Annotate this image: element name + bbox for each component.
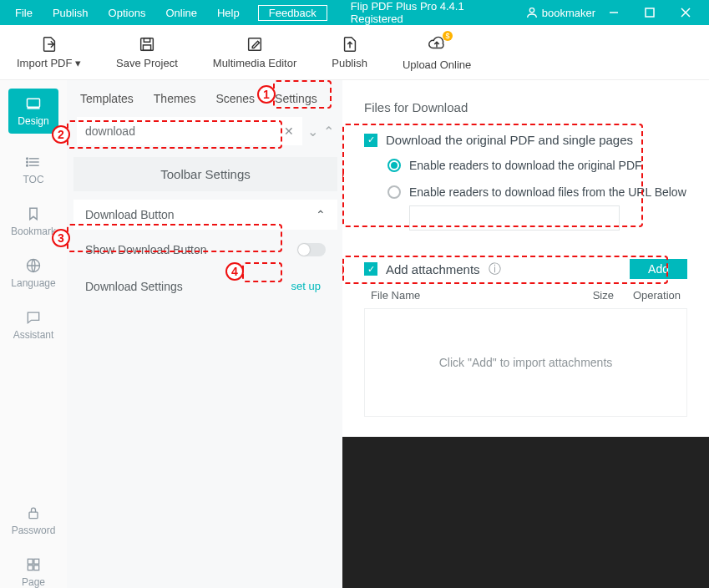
- tab-language[interactable]: Language: [8, 257, 58, 289]
- annotation-1: 1: [257, 85, 276, 104]
- label-show-download-button: Show Download Button: [85, 243, 207, 256]
- app-title: Flip PDF Plus Pro 4.4.1 Registered: [351, 0, 517, 25]
- upload-online-button[interactable]: Upload Online: [403, 34, 471, 71]
- svg-rect-21: [28, 565, 33, 570]
- svg-point-16: [27, 165, 28, 166]
- svg-rect-6: [144, 38, 149, 43]
- attachments-table-empty: Click "Add" to import attachments: [364, 308, 687, 417]
- grid-icon: [25, 556, 42, 573]
- globe-icon: [25, 257, 42, 274]
- checkbox-add-attachments[interactable]: ✓: [364, 262, 377, 276]
- import-pdf-button[interactable]: Import PDF ▾: [17, 35, 81, 69]
- dialog-title: Files for Download: [364, 100, 687, 114]
- collapse-all-icon[interactable]: ⌃: [323, 124, 334, 139]
- col-size: Size: [572, 289, 614, 302]
- annotation-6: 6: [342, 261, 344, 279]
- menu-file[interactable]: File: [5, 7, 43, 19]
- svg-rect-18: [29, 512, 38, 519]
- monitor-icon: [25, 95, 42, 112]
- user-account[interactable]: bookmaker: [525, 6, 595, 19]
- lock-icon: [25, 504, 42, 521]
- window-maximize[interactable]: [631, 0, 667, 25]
- save-icon: [138, 35, 156, 53]
- tab-settings[interactable]: Settings: [275, 92, 317, 105]
- add-attachment-button[interactable]: Add: [630, 259, 687, 279]
- annotation-3: 3: [52, 229, 70, 247]
- download-files-dialog: Files for Download ✓ Download the origin…: [342, 80, 709, 437]
- tab-templates[interactable]: Templates: [80, 92, 134, 105]
- bookmark-icon: [25, 205, 42, 222]
- search-box[interactable]: ✕: [77, 117, 302, 145]
- attachments-table-header: File Name Size Operation: [364, 279, 687, 308]
- tab-bookmark[interactable]: Bookmark: [8, 205, 58, 237]
- col-file-name: File Name: [371, 289, 572, 302]
- radio-from-url[interactable]: [387, 185, 401, 199]
- help-icon[interactable]: ⓘ: [489, 261, 501, 277]
- set-up-button[interactable]: set up: [286, 278, 326, 294]
- publish-icon: [341, 35, 359, 53]
- tab-assistant[interactable]: Assistant: [8, 309, 58, 341]
- tab-password[interactable]: Password: [8, 504, 58, 536]
- annotation-2: 2: [52, 125, 70, 144]
- annotation-5: 5: [342, 164, 344, 182]
- tab-themes[interactable]: Themes: [154, 92, 196, 105]
- row-download-original: ✓ Download the original PDF and single p…: [364, 133, 687, 147]
- svg-point-14: [27, 158, 28, 160]
- svg-point-0: [529, 8, 534, 13]
- radio-original-pdf[interactable]: [387, 159, 401, 172]
- multimedia-editor-button[interactable]: Multimedia Editor: [213, 35, 296, 69]
- save-project-button[interactable]: Save Project: [116, 35, 178, 69]
- svg-rect-7: [143, 45, 150, 50]
- label-download-settings: Download Settings: [85, 280, 183, 293]
- section-toolbar-settings: Toolbar Settings: [73, 157, 337, 191]
- checkbox-download-original[interactable]: ✓: [364, 134, 377, 147]
- feedback-button[interactable]: Feedback: [258, 5, 327, 21]
- user-icon: [525, 6, 539, 19]
- svg-rect-9: [28, 99, 40, 107]
- clear-search-icon[interactable]: ✕: [284, 124, 294, 138]
- window-close[interactable]: [668, 0, 704, 25]
- menu-help[interactable]: Help: [207, 7, 250, 19]
- menu-online[interactable]: Online: [155, 7, 207, 19]
- cloud-upload-icon: [428, 34, 446, 53]
- main-toolbar: Import PDF ▾ Save Project Multimedia Edi…: [0, 25, 709, 80]
- label-radio-url: Enable readers to download files from th…: [409, 185, 686, 199]
- left-sidebar: Design TOC Bookmark Language Assistant P…: [0, 80, 67, 588]
- right-panel-backdrop: ✕ Files for Download ✓ Download the orig…: [342, 80, 709, 588]
- main-area: Design TOC Bookmark Language Assistant P…: [0, 80, 709, 588]
- annotation-4: 4: [225, 262, 244, 281]
- tab-toc[interactable]: TOC: [8, 154, 58, 185]
- label-radio-original: Enable readers to download the original …: [409, 159, 642, 172]
- col-operation: Operation: [614, 289, 681, 302]
- menu-options[interactable]: Options: [99, 7, 156, 19]
- publish-button[interactable]: Publish: [332, 35, 367, 69]
- search-input[interactable]: [85, 124, 284, 138]
- svg-rect-20: [34, 559, 39, 564]
- svg-rect-19: [28, 559, 33, 564]
- tab-page[interactable]: Page: [8, 556, 58, 588]
- download-mode-radiogroup: Enable readers to download the original …: [364, 159, 687, 199]
- titlebar: File Publish Options Online Help Feedbac…: [0, 0, 709, 25]
- edit-icon: [246, 35, 264, 53]
- list-icon: [25, 154, 42, 170]
- toggle-show-download[interactable]: [297, 243, 326, 256]
- tab-scenes[interactable]: Scenes: [215, 92, 255, 105]
- url-input[interactable]: [409, 205, 620, 231]
- label-download-original: Download the original PDF and single pag…: [386, 133, 633, 147]
- window-minimize[interactable]: [595, 0, 631, 25]
- menu-publish[interactable]: Publish: [43, 7, 99, 19]
- import-icon: [40, 35, 58, 53]
- svg-rect-22: [34, 565, 39, 570]
- settings-panel: Templates Themes Scenes Settings ✕ ⌄ ⌃ T…: [67, 80, 342, 588]
- row-download-settings: Download Settings set up: [73, 270, 337, 302]
- tab-design[interactable]: Design: [8, 89, 58, 134]
- expand-all-icon[interactable]: ⌄: [307, 124, 318, 139]
- svg-rect-2: [646, 8, 654, 17]
- label-add-attachments: Add attachments: [386, 262, 480, 276]
- chevron-up-icon: ⌃: [316, 208, 326, 221]
- username: bookmaker: [542, 7, 595, 19]
- panel-tabs: Templates Themes Scenes Settings: [73, 92, 337, 117]
- chat-icon: [25, 309, 42, 326]
- accordion-download-button[interactable]: Download Button ⌃: [73, 200, 337, 230]
- svg-point-15: [27, 161, 28, 163]
